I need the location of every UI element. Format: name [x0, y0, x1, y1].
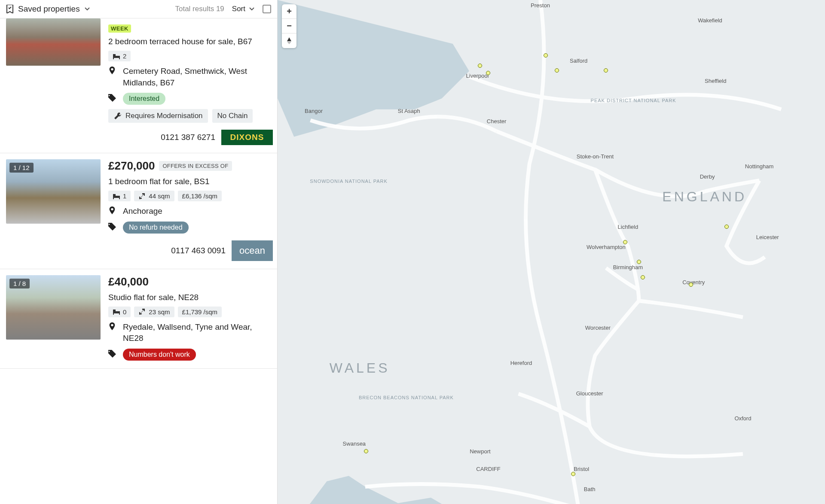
- map-park-label: PEAK DISTRICT NATIONAL PARK: [591, 98, 676, 103]
- area-chip: 44 sqm: [134, 191, 174, 201]
- listing-title: Studio flat for sale, NE28: [108, 293, 273, 302]
- map-city-label: Stoke-on-Trent: [577, 153, 614, 159]
- map-marker[interactable]: [571, 472, 575, 476]
- price-sqm-chip: £6,136 /sqm: [178, 191, 222, 201]
- listing-price: £270,000: [108, 159, 155, 173]
- map-city-label: Leicester: [756, 234, 779, 240]
- beds-chip: 1: [108, 191, 131, 201]
- map-city-label: Bangor: [305, 108, 323, 114]
- agent-logo[interactable]: DIXONS: [221, 130, 273, 145]
- map-marker[interactable]: [623, 240, 627, 244]
- chevron-down-icon: [249, 6, 255, 12]
- map-city-label: Lichfield: [618, 224, 639, 230]
- map-city-label: Bristol: [574, 465, 589, 472]
- map-park-label: BRECON BEACONS NATIONAL PARK: [359, 395, 454, 401]
- offer-label: OFFERS IN EXCESS OF: [159, 161, 232, 171]
- map-city-label: Preston: [531, 2, 550, 8]
- sort-button[interactable]: Sort: [232, 5, 255, 13]
- svg-rect-2: [113, 58, 114, 59]
- map-marker[interactable]: [641, 275, 645, 279]
- feature-chip: Requires Modernisation: [108, 109, 208, 123]
- bookmark-icon: [6, 5, 14, 13]
- image-counter: 1 / 12: [9, 163, 34, 173]
- status-tag[interactable]: Numbers don't work: [123, 349, 196, 361]
- map-city-label: Birmingham: [613, 264, 643, 270]
- bed-icon: [113, 309, 120, 315]
- svg-rect-7: [119, 198, 120, 199]
- map-city-label: Swansea: [343, 440, 366, 447]
- location-icon: [108, 206, 116, 215]
- listing-address: Ryedale, Wallsend, Tyne and Wear, NE28: [123, 322, 273, 344]
- map-city-label: CARDIFF: [476, 465, 500, 472]
- listing-image[interactable]: [6, 18, 101, 66]
- week-badge: WEEK: [108, 24, 131, 33]
- listing-image[interactable]: 1 / 8: [6, 275, 101, 340]
- map-city-label: Coventry: [682, 279, 705, 285]
- map-marker[interactable]: [544, 53, 548, 58]
- compass-button[interactable]: [282, 33, 296, 48]
- map-park-label: SNOWDONIA NATIONAL PARK: [310, 179, 388, 184]
- saved-properties-dropdown[interactable]: Saved properties: [6, 4, 90, 14]
- map-region-label: ENGLAND: [662, 188, 747, 204]
- map-marker[interactable]: [364, 449, 368, 453]
- status-tag[interactable]: Interested: [123, 93, 165, 105]
- map-city-label: Gloucester: [576, 390, 603, 396]
- agent-phone[interactable]: 0117 463 0091: [171, 246, 226, 255]
- map-marker[interactable]: [689, 282, 693, 287]
- map-marker[interactable]: [604, 68, 608, 73]
- zoom-out-button[interactable]: −: [282, 19, 296, 33]
- map-city-label: Bath: [584, 486, 596, 492]
- listings: WEEK 2 bedroom terraced house for sale, …: [0, 18, 277, 504]
- area-icon: [138, 193, 146, 199]
- listing-item[interactable]: 1 / 12 £270,000 OFFERS IN EXCESS OF 1 be…: [0, 153, 277, 269]
- map-city-label: Newport: [470, 448, 490, 454]
- listing-title: 2 bedroom terraced house for sale, B67: [108, 37, 273, 46]
- agent-logo[interactable]: ocean: [232, 240, 273, 261]
- left-panel: Saved properties Total results 19 Sort W…: [0, 0, 278, 504]
- svg-rect-10: [113, 313, 114, 315]
- location-icon: [108, 322, 116, 331]
- map-marker[interactable]: [555, 68, 559, 73]
- listing-address: Cemetery Road, Smethwick, West Midlands,…: [123, 66, 273, 88]
- map-marker[interactable]: [637, 260, 641, 264]
- area-chip: 23 sqm: [134, 307, 174, 317]
- image-counter: 1 / 8: [9, 279, 30, 288]
- map-city-label: Salford: [570, 57, 587, 64]
- map-panel[interactable]: PrestonWakefieldLiverpoolSalfordSheffiel…: [278, 0, 825, 504]
- agent-phone[interactable]: 0121 387 6271: [161, 133, 215, 142]
- select-all-checkbox[interactable]: [263, 5, 271, 13]
- map-marker[interactable]: [478, 64, 482, 68]
- compass-icon: [286, 37, 292, 44]
- svg-rect-0: [113, 56, 120, 58]
- listing-price: £40,000: [108, 275, 149, 288]
- status-tag[interactable]: No refurb needed: [123, 222, 189, 234]
- svg-rect-6: [113, 198, 114, 199]
- svg-rect-1: [113, 54, 116, 56]
- map-marker[interactable]: [724, 225, 729, 229]
- tag-icon: [108, 349, 116, 358]
- price-sqm-chip: £1,739 /sqm: [178, 307, 222, 317]
- listing-title: 1 bedroom flat for sale, BS1: [108, 177, 273, 186]
- listing-image[interactable]: 1 / 12: [6, 159, 101, 224]
- svg-rect-11: [119, 313, 120, 315]
- sort-label: Sort: [232, 5, 245, 13]
- listing-item[interactable]: 1 / 8 £40,000 Studio flat for sale, NE28…: [0, 269, 277, 369]
- beds-chip: 2: [108, 51, 131, 61]
- map-city-label: Worcester: [585, 325, 611, 331]
- tag-icon: [108, 94, 116, 102]
- svg-rect-9: [113, 310, 116, 311]
- feature-chip: No Chain: [212, 109, 253, 123]
- svg-rect-8: [113, 311, 120, 313]
- header-bar: Saved properties Total results 19 Sort: [0, 0, 277, 18]
- map-city-label: Wolverhampton: [587, 244, 626, 250]
- area-icon: [138, 309, 146, 315]
- listing-item[interactable]: WEEK 2 bedroom terraced house for sale, …: [0, 18, 277, 153]
- header-title: Saved properties: [18, 4, 80, 14]
- svg-rect-5: [113, 194, 116, 196]
- zoom-in-button[interactable]: +: [282, 4, 296, 19]
- chevron-down-icon: [84, 6, 90, 12]
- total-results: Total results 19: [175, 5, 224, 13]
- listing-address: Anchorage: [123, 206, 162, 217]
- map-city-label: Oxford: [734, 415, 751, 422]
- map-marker[interactable]: [486, 71, 490, 75]
